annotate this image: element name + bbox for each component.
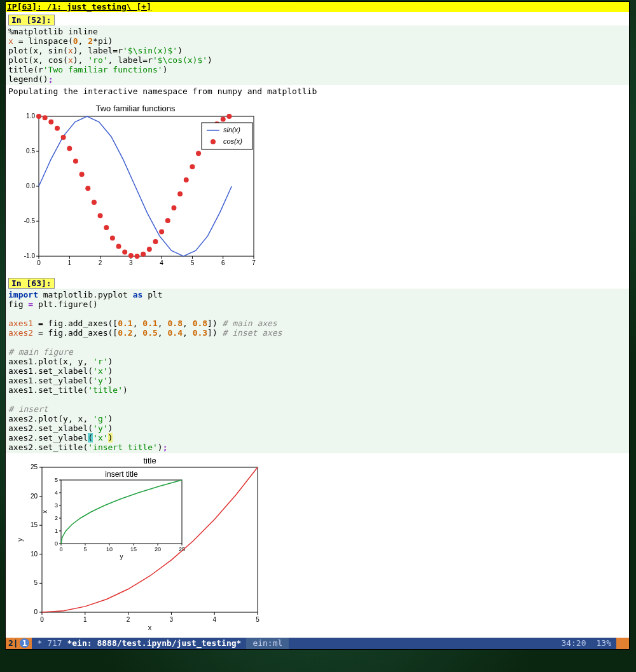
svg-text:5: 5 (191, 259, 195, 266)
svg-text:-1.0: -1.0 (24, 252, 36, 259)
svg-text:1: 1 (55, 528, 58, 534)
svg-point-54 (196, 151, 201, 156)
svg-point-32 (61, 135, 66, 140)
svg-point-38 (98, 213, 103, 218)
svg-text:20: 20 (155, 546, 161, 552)
svg-point-53 (190, 164, 195, 169)
buffer-name: *ein: 8888/test.ipynb/just_testing* (67, 638, 241, 648)
svg-text:sin(x): sin(x) (223, 126, 240, 134)
svg-text:cos(x): cos(x) (223, 137, 242, 145)
chart-svg-2: title012345x0510152025yinsert title05101… (13, 456, 266, 633)
cell-code-52[interactable]: %matplotlib inline x = linspace(0, 2*pi)… (6, 25, 629, 85)
svg-text:x: x (41, 511, 48, 514)
svg-point-33 (67, 146, 72, 151)
svg-text:20: 20 (31, 493, 38, 500)
svg-text:25: 25 (179, 546, 185, 552)
svg-text:15: 15 (130, 546, 137, 552)
svg-text:0: 0 (37, 259, 41, 266)
svg-text:1: 1 (83, 616, 87, 623)
cursor-position: 34:20 (556, 638, 591, 649)
svg-text:4: 4 (55, 490, 58, 496)
svg-text:-0.5: -0.5 (24, 217, 36, 224)
svg-text:5: 5 (55, 477, 58, 483)
chart-svg: Two familiar functions01234567-1.0-0.50.… (12, 104, 259, 269)
svg-point-58 (221, 116, 226, 121)
svg-point-46 (147, 247, 152, 252)
svg-point-30 (48, 120, 53, 125)
svg-text:4: 4 (212, 616, 216, 623)
svg-text:3: 3 (129, 259, 133, 266)
svg-point-31 (55, 126, 60, 131)
svg-text:6: 6 (221, 259, 225, 266)
svg-text:5: 5 (256, 616, 259, 623)
major-mode: ein:ml (246, 638, 289, 649)
svg-text:1: 1 (68, 259, 72, 266)
svg-text:0: 0 (34, 608, 38, 615)
svg-text:insert title: insert title (105, 470, 138, 479)
svg-point-48 (159, 230, 164, 235)
svg-point-36 (85, 186, 90, 191)
svg-text:y: y (16, 538, 24, 542)
svg-text:10: 10 (31, 551, 38, 558)
svg-text:4: 4 (160, 259, 163, 266)
svg-text:0.5: 0.5 (26, 147, 35, 154)
cell-output-52: Populating the interactive namespace fro… (6, 85, 629, 97)
svg-text:x: x (148, 624, 152, 631)
svg-text:15: 15 (31, 521, 38, 528)
chart-title-inset: title012345x0510152025yinsert title05101… (13, 456, 266, 633)
svg-text:0: 0 (40, 616, 44, 623)
svg-text:5: 5 (83, 546, 86, 552)
code-line: %matplotlib inline (8, 27, 98, 36)
svg-point-35 (80, 172, 85, 177)
svg-text:3: 3 (55, 502, 58, 509)
svg-point-50 (171, 205, 176, 210)
svg-point-39 (104, 225, 109, 230)
svg-text:1.0: 1.0 (26, 113, 35, 120)
svg-point-47 (153, 239, 158, 244)
svg-text:0: 0 (59, 546, 62, 552)
svg-text:5: 5 (34, 579, 38, 586)
modeline: 2|1 * 717 *ein: 8888/test.ipynb/just_tes… (6, 638, 629, 649)
svg-point-37 (92, 200, 97, 205)
cursor: ( (88, 433, 93, 442)
svg-text:2: 2 (99, 259, 102, 266)
svg-point-42 (122, 249, 127, 254)
svg-text:y: y (120, 553, 123, 560)
cell-prompt-52[interactable]: In [52]: (8, 15, 55, 25)
svg-point-52 (184, 177, 189, 182)
scroll-percent: 13% (591, 638, 616, 649)
svg-text:25: 25 (31, 463, 38, 470)
svg-text:Two familiar functions: Two familiar functions (96, 104, 176, 113)
svg-point-44 (135, 254, 140, 259)
svg-point-40 (110, 235, 115, 240)
svg-point-28 (36, 114, 41, 119)
svg-text:title: title (143, 456, 156, 465)
svg-point-29 (43, 115, 48, 120)
window-title: IP[63]: /1: just_testing\ [+] (6, 2, 629, 12)
svg-point-59 (226, 114, 232, 119)
svg-text:2: 2 (55, 515, 58, 521)
svg-point-43 (128, 253, 134, 258)
svg-rect-94 (61, 480, 182, 544)
chart-two-familiar-functions: Two familiar functions01234567-1.0-0.50.… (12, 104, 259, 269)
svg-point-34 (73, 158, 78, 163)
svg-point-63 (211, 139, 216, 144)
svg-text:2: 2 (127, 616, 130, 623)
svg-point-41 (116, 244, 121, 249)
cell-prompt-63[interactable]: In [63]: (8, 278, 55, 289)
svg-text:3: 3 (170, 616, 174, 623)
svg-text:7: 7 (252, 259, 256, 266)
svg-text:0.0: 0.0 (26, 182, 35, 189)
svg-text:10: 10 (106, 546, 113, 552)
svg-text:0: 0 (55, 540, 58, 547)
modeline-badge: 2|1 (6, 638, 32, 649)
svg-point-45 (141, 252, 146, 257)
cell-code-63[interactable]: import matplotlib.pyplot as plt fig = pl… (6, 289, 629, 453)
svg-point-51 (177, 191, 183, 196)
modeline-tail (616, 638, 629, 649)
editor-frame: IP[63]: /1: just_testing\ [+] In [52]: %… (5, 1, 630, 650)
svg-point-49 (165, 218, 170, 223)
